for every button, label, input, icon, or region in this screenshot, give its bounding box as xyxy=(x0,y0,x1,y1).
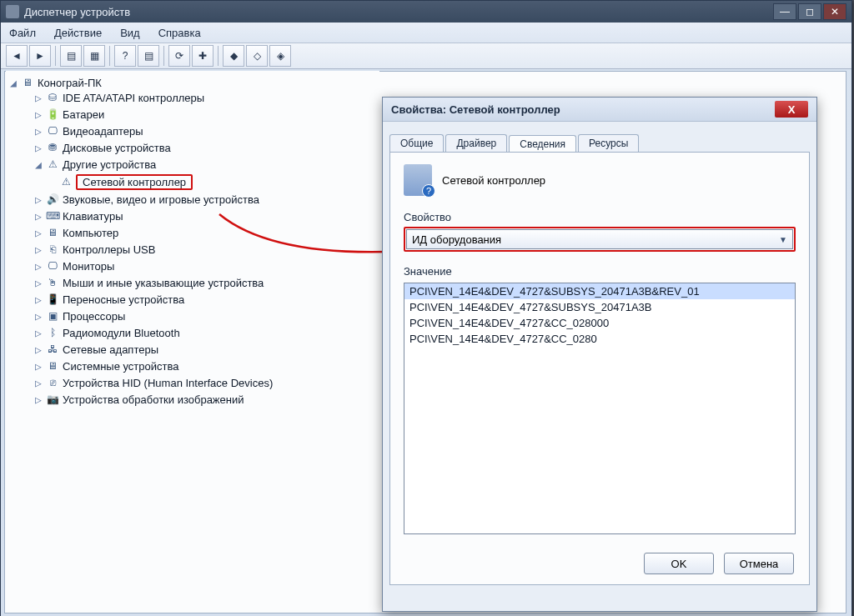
expand-icon[interactable]: ▷ xyxy=(34,125,43,138)
expand-icon[interactable]: ▷ xyxy=(34,260,43,273)
disk-icon: ⛃ xyxy=(46,141,59,154)
tree-root[interactable]: ◢ 🖥 Коногрaй-ПК xyxy=(9,76,376,89)
network-icon: 🖧 xyxy=(46,343,59,356)
tree-item[interactable]: ▷⛁IDE ATA/ATAPI контроллеры xyxy=(9,89,376,106)
dialog-titlebar: Свойства: Сетевой контроллер X xyxy=(383,98,816,122)
menu-file[interactable]: Файл xyxy=(9,27,36,39)
tab-resources[interactable]: Ресурсы xyxy=(578,134,639,152)
window-controls: — ◻ ✕ xyxy=(773,3,846,20)
expand-icon[interactable]: ▷ xyxy=(34,293,43,306)
separator xyxy=(163,46,164,66)
tool-icon[interactable]: ▤ xyxy=(138,45,159,67)
menubar: Файл Действие Вид Справка xyxy=(1,23,851,43)
tree-item[interactable]: ▷🖱Мыши и иные указывающие устройства xyxy=(9,274,376,291)
tree-item[interactable]: ▷🔋Батареи xyxy=(9,106,376,123)
expand-icon[interactable]: ▷ xyxy=(34,343,43,356)
list-item[interactable]: PCI\VEN_14E4&DEV_4727&SUBSYS_20471A3B xyxy=(404,299,795,315)
tab-general[interactable]: Общие xyxy=(389,134,444,152)
cancel-button[interactable]: Отмена xyxy=(724,553,794,574)
expand-icon[interactable]: ▷ xyxy=(34,277,43,289)
controller-icon: ⛁ xyxy=(46,91,59,104)
back-button[interactable]: ◄ xyxy=(6,45,28,67)
tool-icon[interactable]: ◆ xyxy=(223,45,244,67)
cpu-icon: ▣ xyxy=(46,309,59,323)
forward-button[interactable]: ► xyxy=(29,45,51,67)
tree-item[interactable]: ▷🔊Звуковые, видео и игровые устройства xyxy=(9,191,376,208)
expand-icon[interactable]: ▷ xyxy=(34,377,43,389)
expand-icon[interactable]: ▷ xyxy=(34,360,43,373)
unknown-device-icon: ⚠ xyxy=(59,175,73,188)
tree-item[interactable]: ▷📷Устройства обработки изображений xyxy=(9,391,376,408)
device-name: Сетевой контроллер xyxy=(442,174,545,187)
expand-icon[interactable]: ▷ xyxy=(34,92,43,104)
titlebar: Диспетчер устройств — ◻ ✕ xyxy=(1,1,851,23)
collapse-icon[interactable]: ◢ xyxy=(9,77,18,89)
keyboard-icon: ⌨ xyxy=(46,209,59,223)
scan-hardware-icon[interactable]: ⟳ xyxy=(168,45,190,67)
tree-item-other-devices[interactable]: ◢⚠Другие устройства xyxy=(9,156,376,173)
device-icon xyxy=(404,164,432,196)
tree-item[interactable]: ▷⎚Устройства HID (Human Interface Device… xyxy=(9,374,376,391)
separator xyxy=(109,46,110,66)
tree-item[interactable]: ▷🖵Видеоадаптеры xyxy=(9,123,376,139)
portable-icon: 📱 xyxy=(46,293,59,306)
tree-item[interactable]: ▷🖥Компьютер xyxy=(9,224,376,241)
dialog-title: Свойства: Сетевой контроллер xyxy=(391,103,560,116)
tree-item[interactable]: ▷⎗Контроллеры USB xyxy=(9,241,376,258)
list-item[interactable]: PCI\VEN_14E4&DEV_4727&CC_028000 xyxy=(404,315,795,331)
menu-action[interactable]: Действие xyxy=(54,27,102,39)
separator xyxy=(218,46,219,66)
separator xyxy=(55,46,56,66)
tree-item[interactable]: ▷📱Переносные устройства xyxy=(9,291,376,308)
tool-icon[interactable]: ◇ xyxy=(246,45,268,67)
minimize-button[interactable]: — xyxy=(773,3,796,20)
ok-button[interactable]: OK xyxy=(644,553,714,574)
expand-icon[interactable]: ▷ xyxy=(34,193,43,206)
dialog-buttons: OK Отмена xyxy=(644,553,794,574)
expand-icon[interactable]: ▷ xyxy=(34,210,43,223)
close-button[interactable]: ✕ xyxy=(823,3,846,20)
tree-item[interactable]: ▷🖥Системные устройства xyxy=(9,358,376,374)
tool-icon[interactable]: ▦ xyxy=(83,45,105,67)
menu-help[interactable]: Справка xyxy=(158,27,201,39)
value-listbox[interactable]: PCI\VEN_14E4&DEV_4727&SUBSYS_20471A3B&RE… xyxy=(404,283,796,534)
tool-icon[interactable]: ◈ xyxy=(269,45,291,67)
expand-icon[interactable]: ▷ xyxy=(34,108,43,121)
list-item[interactable]: PCI\VEN_14E4&DEV_4727&CC_0280 xyxy=(404,331,795,347)
app-icon xyxy=(6,5,19,18)
tab-driver[interactable]: Драйвер xyxy=(445,134,507,152)
mouse-icon: 🖱 xyxy=(46,276,59,289)
battery-icon: 🔋 xyxy=(46,108,59,121)
other-devices-icon: ⚠ xyxy=(46,158,59,171)
expand-icon[interactable]: ▷ xyxy=(34,243,43,256)
help-icon[interactable]: ? xyxy=(114,45,136,67)
tree-item[interactable]: ▷🖵Мониторы xyxy=(9,258,376,274)
monitor-icon: 🖵 xyxy=(46,259,59,273)
window-title: Диспетчер устройств xyxy=(24,6,130,18)
tool-icon[interactable]: ✚ xyxy=(192,45,214,67)
bluetooth-icon: ᛒ xyxy=(46,326,59,339)
tree-item[interactable]: ▷⌨Клавиатуры xyxy=(9,208,376,224)
tree-item[interactable]: ▷ᛒРадиомодули Bluetooth xyxy=(9,324,376,341)
dialog-close-button[interactable]: X xyxy=(775,101,808,118)
root-label: Коногрaй-ПК xyxy=(38,77,102,89)
list-item[interactable]: PCI\VEN_14E4&DEV_4727&SUBSYS_20471A3B&RE… xyxy=(404,283,795,299)
tree-item[interactable]: ▷🖧Сетевые адаптеры xyxy=(9,341,376,358)
tree-item[interactable]: ▷▣Процессоры xyxy=(9,308,376,324)
expand-icon[interactable]: ▷ xyxy=(34,393,43,406)
property-dropdown[interactable]: ИД оборудования ▼ xyxy=(406,229,793,249)
expand-icon[interactable]: ▷ xyxy=(34,310,43,323)
menu-view[interactable]: Вид xyxy=(120,27,140,39)
device-tree[interactable]: ◢ 🖥 Коногрaй-ПК ▷⛁IDE ATA/ATAPI контролл… xyxy=(6,71,379,413)
network-controller-label: Сетевой контроллер xyxy=(83,176,186,188)
collapse-icon[interactable]: ◢ xyxy=(34,158,43,171)
tree-item-network-controller[interactable]: ⚠ Сетевой контроллер xyxy=(9,173,376,191)
tab-details[interactable]: Сведения xyxy=(509,135,576,153)
maximize-button[interactable]: ◻ xyxy=(798,3,821,20)
expand-icon[interactable]: ▷ xyxy=(34,327,43,339)
tree-item[interactable]: ▷⛃Дисковые устройства xyxy=(9,139,376,156)
tool-icon[interactable]: ▤ xyxy=(60,45,82,67)
expand-icon[interactable]: ▷ xyxy=(34,142,43,154)
expand-icon[interactable]: ▷ xyxy=(34,227,43,239)
computer-icon: 🖥 xyxy=(21,76,34,89)
